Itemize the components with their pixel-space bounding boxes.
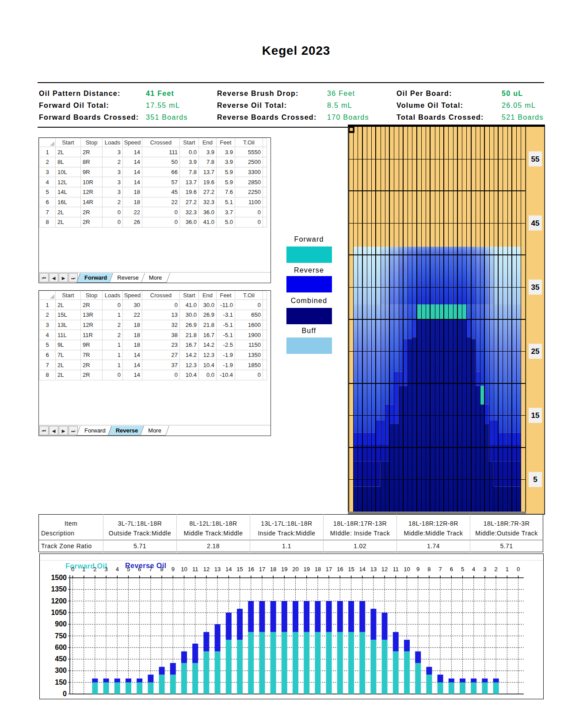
svg-text:16: 16 xyxy=(337,566,343,573)
svg-text:17: 17 xyxy=(259,566,265,573)
svg-text:11: 11 xyxy=(393,566,399,573)
svg-text:14: 14 xyxy=(225,566,232,573)
svg-text:4: 4 xyxy=(472,566,475,573)
svg-text:18: 18 xyxy=(315,566,321,573)
svg-text:300: 300 xyxy=(55,667,67,674)
svg-text:1200: 1200 xyxy=(51,597,67,605)
svg-text:3: 3 xyxy=(104,566,107,573)
svg-text:2: 2 xyxy=(93,566,96,573)
svg-text:6: 6 xyxy=(450,566,453,573)
svg-text:10: 10 xyxy=(181,566,187,573)
svg-text:900: 900 xyxy=(55,620,67,628)
svg-text:45: 45 xyxy=(531,219,540,228)
svg-text:25: 25 xyxy=(531,347,540,356)
svg-text:7: 7 xyxy=(149,566,152,573)
svg-text:8: 8 xyxy=(427,566,431,573)
svg-text:35: 35 xyxy=(531,283,540,292)
svg-text:16: 16 xyxy=(248,566,254,573)
svg-text:0: 0 xyxy=(71,566,74,573)
svg-text:5: 5 xyxy=(461,566,464,573)
svg-text:1: 1 xyxy=(506,566,509,573)
svg-text:10: 10 xyxy=(404,566,410,573)
svg-text:0: 0 xyxy=(63,690,67,698)
svg-text:15: 15 xyxy=(348,566,354,573)
svg-text:600: 600 xyxy=(55,644,67,651)
svg-text:9: 9 xyxy=(171,566,175,573)
svg-text:18: 18 xyxy=(270,566,276,573)
svg-text:55: 55 xyxy=(531,155,540,163)
svg-text:9: 9 xyxy=(416,566,419,573)
svg-text:5: 5 xyxy=(127,566,130,573)
svg-text:1500: 1500 xyxy=(51,574,67,581)
svg-text:1050: 1050 xyxy=(51,609,67,616)
svg-text:14: 14 xyxy=(359,566,365,573)
svg-text:750: 750 xyxy=(55,632,67,640)
svg-text:7: 7 xyxy=(438,566,442,573)
svg-text:13: 13 xyxy=(370,566,377,573)
svg-text:19: 19 xyxy=(303,566,309,573)
svg-text:12: 12 xyxy=(203,566,210,573)
svg-text:2: 2 xyxy=(494,566,497,573)
svg-text:450: 450 xyxy=(55,655,67,663)
svg-text:3: 3 xyxy=(483,566,486,573)
svg-text:15: 15 xyxy=(236,566,243,573)
svg-text:1350: 1350 xyxy=(51,585,67,593)
svg-text:6: 6 xyxy=(138,566,141,573)
svg-text:5: 5 xyxy=(533,475,537,484)
svg-text:20: 20 xyxy=(292,566,298,573)
svg-text:0: 0 xyxy=(517,566,520,573)
svg-text:150: 150 xyxy=(55,679,67,686)
svg-text:13: 13 xyxy=(214,566,221,573)
svg-text:8: 8 xyxy=(160,566,163,573)
svg-text:1: 1 xyxy=(82,566,85,573)
svg-text:15: 15 xyxy=(531,411,540,420)
svg-text:17: 17 xyxy=(326,566,332,573)
svg-text:12: 12 xyxy=(381,566,388,573)
svg-text:19: 19 xyxy=(281,566,287,573)
svg-text:4: 4 xyxy=(116,566,119,573)
svg-text:11: 11 xyxy=(192,566,198,573)
